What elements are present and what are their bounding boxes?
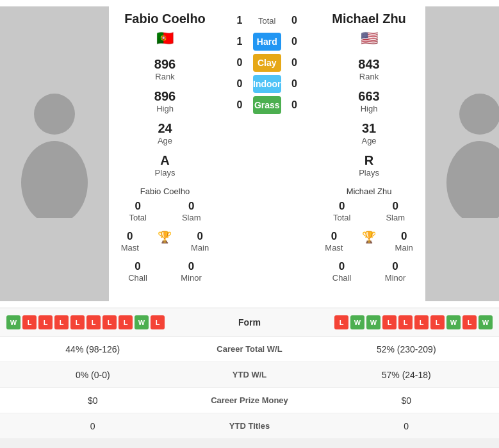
form-badge-8: W <box>135 315 149 329</box>
career-stat-label-1: YTD W/L <box>186 370 314 379</box>
left-high-label: High <box>156 104 174 113</box>
left-main-label: Main <box>191 243 209 253</box>
left-stat-row-1: 0 Total 0 Slam <box>111 200 218 222</box>
right-minor-value: 0 <box>392 260 398 273</box>
form-badge-2: L <box>38 315 53 329</box>
surface-row-hard: 1 Hard 0 <box>224 33 311 51</box>
middle-stats: 1 Total 0 1 Hard 0 0 Clay 0 0 Indoor 0 0… <box>221 6 313 301</box>
surface-row-grass: 0 Grass 0 <box>224 96 311 114</box>
right-plays-block: R Plays <box>316 153 423 178</box>
left-player-name: Fabio Coelho <box>124 12 206 26</box>
left-main-value: 0 <box>197 230 202 243</box>
left-total-cell: 0 Total <box>129 200 146 222</box>
form-label: Form <box>211 317 288 328</box>
surface-right-score-0: 0 <box>285 36 304 47</box>
form-badge-5: L <box>414 315 429 329</box>
career-stat-left-0: 44% (98-126) <box>0 339 186 360</box>
form-badge-0: L <box>334 315 348 329</box>
surface-left-score-0: 1 <box>230 36 249 47</box>
form-badge-8: L <box>462 315 477 329</box>
total-label: Total <box>249 16 285 26</box>
left-high-block: 896 High <box>111 89 218 113</box>
left-player-silhouette <box>13 90 96 218</box>
left-high-value: 896 <box>154 89 176 104</box>
right-player-name-below: Michael Zhu <box>347 187 392 196</box>
left-plays-value: A <box>160 153 169 168</box>
form-badge-3: L <box>54 315 69 329</box>
right-rank-block: 843 Rank <box>316 57 423 81</box>
right-plays-value: R <box>364 153 373 168</box>
surface-row-clay: 0 Clay 0 <box>224 54 311 72</box>
right-player-silhouette <box>438 90 499 218</box>
career-stat-right-0: 52% (230-209) <box>314 339 500 360</box>
left-rank-label: Rank <box>155 72 174 81</box>
right-total-label: Total <box>333 213 350 222</box>
left-plays-label: Plays <box>155 168 176 178</box>
surface-badge-grass: Grass <box>253 96 281 114</box>
left-form-badges: WLLLLLLLWL <box>6 315 211 329</box>
right-mast-value: 0 <box>331 230 337 243</box>
left-main-cell: 0 Main <box>191 230 209 253</box>
right-stat-row-2: 0 Mast 🏆 0 Main <box>316 230 423 253</box>
left-total-value: 0 <box>135 200 140 213</box>
right-trophy-icon: 🏆 <box>362 230 376 244</box>
right-mast-label: Mast <box>325 243 343 253</box>
form-badge-7: W <box>446 315 461 329</box>
left-rank-value: 896 <box>154 57 176 72</box>
left-minor-label: Minor <box>181 273 202 283</box>
right-total-score: 0 <box>285 15 304 26</box>
form-badge-4: L <box>70 315 85 329</box>
right-rank-value: 843 <box>358 57 379 72</box>
left-slam-cell: 0 Slam <box>182 200 201 222</box>
comparison-section: Fabio Coelho 🇵🇹 896 Rank 896 High 24 Age… <box>0 0 499 308</box>
right-chall-value: 0 <box>339 260 345 273</box>
left-mast-label: Mast <box>121 243 139 253</box>
svg-point-0 <box>34 94 75 135</box>
career-stat-left-2: $0 <box>0 390 186 411</box>
surface-right-score-2: 0 <box>285 78 304 90</box>
form-badge-4: L <box>398 315 413 329</box>
svg-point-3 <box>446 141 499 218</box>
right-trophy-cell: 🏆 <box>362 230 376 253</box>
form-badge-5: L <box>86 315 101 329</box>
right-minor-cell: 0 Minor <box>385 260 406 283</box>
surface-rows: 1 Hard 0 0 Clay 0 0 Indoor 0 0 Grass 0 <box>224 29 311 117</box>
right-player-flag: 🇺🇸 <box>361 30 378 47</box>
left-age-value: 24 <box>158 121 172 136</box>
form-badge-2: W <box>366 315 380 329</box>
form-badge-9: L <box>151 315 165 329</box>
surface-left-score-3: 0 <box>230 99 249 111</box>
left-trophy-cell: 🏆 <box>158 230 172 253</box>
left-player-name-below: Fabio Coelho <box>140 187 190 196</box>
left-chall-cell: 0 Chall <box>128 260 147 283</box>
left-minor-value: 0 <box>188 260 194 273</box>
surface-badge-clay: Clay <box>253 54 281 72</box>
surface-right-score-3: 0 <box>285 99 304 111</box>
form-badge-1: L <box>22 315 37 329</box>
right-total-cell: 0 Total <box>333 200 350 222</box>
right-player-photo <box>425 6 499 301</box>
right-age-value: 31 <box>362 121 376 136</box>
right-total-value: 0 <box>339 200 345 213</box>
form-badge-3: L <box>382 315 397 329</box>
form-badge-9: W <box>479 315 493 329</box>
right-form-badges: LWWLLLLWLW <box>288 315 493 329</box>
left-stat-row-3: 0 Chall 0 Minor <box>111 260 218 283</box>
surface-right-score-1: 0 <box>285 57 304 69</box>
right-slam-value: 0 <box>393 200 398 213</box>
left-player-info: Fabio Coelho 🇵🇹 896 Rank 896 High 24 Age… <box>109 6 221 301</box>
right-main-label: Main <box>395 243 413 253</box>
surface-left-score-1: 0 <box>230 57 249 69</box>
career-stat-right-1: 57% (24-18) <box>314 365 500 385</box>
left-mast-value: 0 <box>127 230 133 243</box>
svg-point-2 <box>459 94 499 135</box>
form-badge-7: L <box>119 315 133 329</box>
career-stat-row-3: 0 YTD Titles 0 <box>0 413 499 439</box>
left-mast-cell: 0 Mast <box>121 230 139 253</box>
left-player-flag: 🇵🇹 <box>156 30 174 47</box>
right-stat-row-1: 0 Total 0 Slam <box>316 200 423 222</box>
right-minor-label: Minor <box>385 273 406 283</box>
surface-left-score-2: 0 <box>230 78 249 90</box>
right-chall-cell: 0 Chall <box>332 260 352 283</box>
main-container: Fabio Coelho 🇵🇹 896 Rank 896 High 24 Age… <box>0 0 499 439</box>
